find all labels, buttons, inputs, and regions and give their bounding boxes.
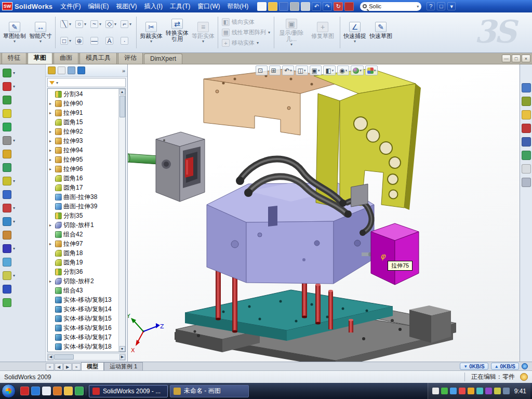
- scroll-up-icon[interactable]: ▲: [119, 89, 125, 95]
- tray-icon-2[interactable]: [441, 388, 448, 394]
- move-entities-button[interactable]: + 移动实体 ▾: [222, 39, 270, 47]
- tree-item[interactable]: ▸ 分割35: [48, 211, 118, 220]
- taskbar-task[interactable]: SolidWorks 2009 - ...: [89, 385, 168, 397]
- polygon-tool-icon[interactable]: ◇ ▾: [104, 16, 118, 33]
- display-delete-relations-button[interactable]: ▣ 显示/删除几... ▾: [276, 19, 307, 47]
- tool-dropdown-icon[interactable]: ▾: [13, 273, 15, 278]
- commandmanager-tab[interactable]: 评估: [118, 52, 143, 64]
- document-recovery-icon[interactable]: [522, 178, 531, 187]
- design-library-icon[interactable]: [522, 97, 531, 106]
- model-canvas[interactable]: φ X Y Z: [128, 64, 520, 362]
- freeform-tool-icon[interactable]: ▾: [3, 298, 45, 307]
- rebuild-icon[interactable]: ↻: [334, 2, 343, 11]
- linear-sketch-pattern-button[interactable]: ▦ 线性草图阵列 ▾: [222, 29, 270, 36]
- tree-item[interactable]: ▸ 拉伸91: [48, 108, 118, 117]
- tree-item[interactable]: ▸ 拉伸92: [48, 127, 118, 136]
- shell-tool-icon[interactable]: ▾: [3, 163, 45, 172]
- spline-edit-tool-icon[interactable]: ▾: [3, 258, 45, 267]
- sketch-tool-icon[interactable]: ▾: [3, 69, 45, 77]
- selection-filter-icon[interactable]: [344, 2, 354, 11]
- sweep-tool-icon[interactable]: ▾: [3, 123, 45, 131]
- search-box[interactable]: Solic ▾: [360, 2, 421, 11]
- menu-item[interactable]: 文件(F): [57, 1, 84, 12]
- scrollbar-thumb[interactable]: [119, 96, 125, 117]
- expand-icon[interactable]: ▸: [49, 148, 54, 153]
- media-player-icon[interactable]: [53, 387, 62, 395]
- tree-item[interactable]: ▸ 分割36: [48, 267, 118, 276]
- commandmanager-tab[interactable]: 特征: [2, 52, 26, 64]
- revolve-tool-icon[interactable]: ▾: [3, 109, 45, 118]
- scroll-left-icon[interactable]: ◀: [48, 354, 54, 360]
- loft-tool-icon[interactable]: ▾: [3, 285, 45, 294]
- hole-tool-icon[interactable]: ▾: [3, 204, 45, 212]
- tree-item[interactable]: ▸ 圆角18: [48, 248, 118, 258]
- point-tool-icon[interactable]: ⊕ ▾: [74, 33, 88, 50]
- rib-tool-icon[interactable]: ▾: [3, 190, 45, 199]
- menu-item[interactable]: 工具(T): [166, 1, 194, 12]
- tree-item[interactable]: ▸ 实体-移动/复制14: [48, 304, 118, 314]
- menu-item[interactable]: 窗口(W): [194, 1, 223, 12]
- expand-icon[interactable]: ▸: [49, 223, 54, 228]
- reference-tool-icon[interactable]: ▾: [3, 217, 45, 226]
- fillet-tool-icon[interactable]: ▾: [3, 150, 45, 158]
- tray-icon-4[interactable]: [459, 388, 466, 394]
- tray-icon-7[interactable]: [485, 388, 492, 394]
- minimize-button[interactable]: —: [502, 55, 511, 62]
- ellipse-tool-icon[interactable]: ∙ ▾: [119, 33, 133, 50]
- close-button[interactable]: ×: [522, 55, 530, 62]
- mirror-entities-button[interactable]: ◧ 镜向实体 ▾: [222, 18, 270, 26]
- expand-icon[interactable]: ▸: [49, 167, 54, 171]
- hscrollbar-thumb[interactable]: [54, 354, 74, 360]
- tree-item[interactable]: ▸ 实体-移动/复制18: [48, 342, 118, 351]
- tree-item[interactable]: ▸ 实体-移动/复制17: [48, 332, 118, 342]
- browser-icon[interactable]: [31, 387, 40, 395]
- document-tab[interactable]: 模型: [81, 362, 104, 370]
- display-style-icon[interactable]: ◧ ▾: [323, 65, 336, 75]
- menu-item[interactable]: 编辑(E): [85, 1, 113, 12]
- document-tab[interactable]: 运动算例 1: [104, 362, 143, 370]
- tray-icon-3[interactable]: [450, 388, 457, 394]
- tree-item[interactable]: ▸ 切除-放样1: [48, 220, 118, 230]
- menu-item[interactable]: 插入(I): [141, 1, 166, 12]
- centerline-tool-icon[interactable]: — ▾: [89, 33, 103, 50]
- tree-item[interactable]: ▸ 实体-移动/复制16: [48, 323, 118, 332]
- search-input[interactable]: Solic: [369, 3, 415, 9]
- spline-tool-icon[interactable]: ~ ▾: [89, 16, 103, 33]
- redo-icon[interactable]: ↷: [323, 2, 332, 11]
- sketch-button[interactable]: ✎ 草图绘制 ▾: [2, 22, 27, 44]
- file-explorer-icon[interactable]: [522, 110, 531, 119]
- search-dropdown-icon[interactable]: ▾: [417, 4, 419, 9]
- expand-icon[interactable]: ▸: [49, 101, 54, 106]
- tree-item[interactable]: ▸ 实体-移动/复制13: [48, 295, 118, 304]
- expand-icon[interactable]: ▸: [49, 111, 54, 115]
- show-desktop-icon[interactable]: [42, 387, 51, 395]
- tool-dropdown-icon[interactable]: ▾: [13, 179, 15, 183]
- restore-button[interactable]: □: [512, 55, 521, 62]
- save-icon[interactable]: [279, 2, 288, 11]
- commandmanager-tab[interactable]: 模具工具: [79, 52, 117, 64]
- pattern-tool-icon[interactable]: ▾: [3, 136, 45, 145]
- apply-scene-icon[interactable]: ▾: [365, 65, 378, 75]
- commandmanager-tab[interactable]: 草图: [28, 52, 52, 64]
- prev-tab-icon[interactable]: ◀: [55, 363, 63, 370]
- next-tab-icon[interactable]: ▶: [63, 363, 72, 370]
- print-icon[interactable]: [290, 2, 299, 11]
- draft-tool-icon[interactable]: ▾: [3, 177, 45, 185]
- zoom-fit-icon[interactable]: ⊡ ▾: [256, 65, 268, 75]
- tree-hscrollbar[interactable]: ◀ ▶: [47, 353, 126, 361]
- tree-item[interactable]: ▸ 圆角15: [48, 117, 118, 127]
- tree-item[interactable]: ▸ 圆角17: [48, 183, 118, 192]
- folder-icon[interactable]: [64, 387, 73, 395]
- open-icon[interactable]: [268, 2, 277, 11]
- custom-properties-icon[interactable]: [522, 164, 531, 174]
- text-tool-icon[interactable]: A ▾: [104, 33, 118, 50]
- rapid-sketch-button[interactable]: ✎ 快速草图 ▾: [368, 22, 393, 44]
- expand-icon[interactable]: ▸: [49, 279, 54, 284]
- tree-item[interactable]: ▸ 切除-放样2: [48, 276, 118, 286]
- toolbar-options-icon[interactable]: ▾: [447, 2, 456, 10]
- commandmanager-tab[interactable]: DimXpert: [144, 54, 182, 64]
- filter-dropdown-icon[interactable]: ▾: [56, 81, 58, 85]
- section-view-icon[interactable]: ◫ ▾: [296, 65, 308, 75]
- messenger-icon[interactable]: [75, 387, 84, 395]
- view-palette-icon[interactable]: [522, 137, 531, 147]
